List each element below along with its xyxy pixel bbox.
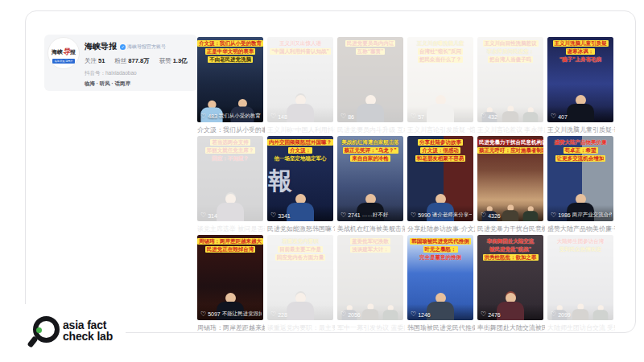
- video-thumbnail[interactable]: 大陆师生团参访台湾受到民众热情欢迎 ♡ 2099: [547, 235, 613, 320]
- video-thumbnail[interactable]: 介文汲：我们从小受的教育正是中华文明的表率不由老民进党洗脑 ♡ 483 我们从小…: [197, 37, 263, 122]
- like-row: ♡ 432: [481, 113, 542, 120]
- video-thumbnail[interactable]: 民进党要员岛内内讧互称“塞责” ♡ 86: [337, 37, 403, 122]
- thumbnail-title-overlay: 蓝委批军纪涣散浅谈建军大计：: [337, 235, 403, 253]
- video-card[interactable]: 王义川白目性洗脑惹议李永萍质问民进党：把台湾人当傻子吗 ♡ 432 王义川言论惹…: [477, 37, 543, 136]
- like-row: ♡ 2741 ……好不好: [341, 212, 402, 219]
- like-count: 432: [488, 114, 497, 120]
- stat-fans: 粉丝877.8万: [114, 57, 149, 65]
- video-caption: 民进党如能激怒韩国嘛？介文汲：…: [267, 224, 335, 233]
- thumbnail-title-overlay: 韩国瑜被民进党民代推倒叶元之暴怒：完全是蓄意的推倒: [407, 235, 473, 261]
- heart-icon: ♡: [200, 113, 206, 120]
- heart-icon: ♡: [551, 212, 556, 219]
- like-count: 2741: [348, 212, 361, 218]
- video-thumbnail[interactable]: 蓝委批军纪涣散浅谈建军大计： ♡ 2056: [337, 235, 403, 320]
- video-thumbnail[interactable]: 周锡玮：两岸差距越来越大民进党正在毁掉台湾 ♡ 5097 不能让民进党毁掉台湾: [197, 235, 263, 320]
- like-count: 1986: [558, 212, 571, 218]
- stat-likes: 获赞1.3亿: [159, 57, 188, 65]
- video-thumbnail[interactable]: 民进党暴力干扰台民意机构议事蔡正元呼吁：应对施暴者制裁 ♡ 4326: [477, 136, 543, 221]
- heart-icon: ♡: [341, 113, 346, 120]
- like-count: 5097: [208, 311, 221, 317]
- douyin-id: 抖音号：haixiadaobao: [85, 70, 196, 77]
- like-row: ♡ 314: [200, 212, 262, 219]
- video-caption: 分享赴陆参访故事·介文汲：很感动…: [407, 224, 475, 233]
- like-row: ♡ 148: [270, 113, 332, 120]
- video-caption: 介文汲：我们从小受的事正是中华文…: [197, 125, 265, 134]
- video-card[interactable]: 周锡玮：两岸差距越来越大民进党正在毁掉台湾 ♡ 5097 不能让民进党毁掉台湾 …: [197, 235, 263, 334]
- video-thumbnail[interactable]: 王义川又出惊人语“中国人利用抖音认知战” ♡ 148: [267, 37, 333, 122]
- video-thumbnail[interactable]: 盛赞大陆产品物美价廉苟卓正：希望让更多交流机会增加 ♡ 1986 两岸产业交流合…: [547, 136, 613, 221]
- heart-icon: ♡: [341, 311, 346, 318]
- like-count: 2476: [488, 312, 501, 318]
- thumbnail-title-overlay: 民进党暴力干扰台民意机构议事蔡正元呼吁：应对施暴者制裁: [477, 136, 543, 154]
- like-row: ♡ 483 我们从小受的教育: [200, 113, 262, 120]
- video-card[interactable]: 王义川自曝洗脑儿童台湾社“馆长”反问把民众当什么了？ ♡ 57 王义川言论引发质…: [407, 37, 473, 136]
- video-thumbnail[interactable]: 王义川白目性洗脑惹议李永萍质问民进党：把台湾人当傻子吗 ♡ 432: [477, 37, 543, 122]
- thumbnail-title-overlay: 率街舞团赴大陆交流被民进党批“统战”洪秀柱怒批：欲加之罪: [477, 235, 543, 261]
- video-card[interactable]: 分享赴陆参访故事介文汲：很感动和老朋友相聚不容易 ♡ 5990 请介老师来分享一…: [407, 136, 473, 235]
- video-thumbnail[interactable]: 王义川洗脑儿童引质疑谢寒冰讽：“骗子”上身有毛病 ♡ 407: [547, 37, 613, 122]
- like-count: 86: [348, 114, 354, 120]
- video-card[interactable]: 王义川又出惊人语“中国人利用抖音认知战” ♡ 148 王义川称“中国人利用抖音认…: [267, 37, 333, 136]
- video-card[interactable]: 若重返党内要职目前最主要工作是回应党内各方面力量 ♡ 228 谈重返党内要职：最…: [267, 235, 333, 334]
- avatar-banner: 临海 听风 话两岸: [52, 59, 76, 64]
- like-count: 228: [278, 312, 287, 318]
- video-card[interactable]: 報 内外交困频频怒怼外国嘛？介文汲：他一场坚定地稳定军心 ♡ 3341 民进党如…: [267, 136, 333, 235]
- video-caption: 谈重返党内要职：最主要工作是回应…: [267, 323, 335, 332]
- thumbnail-title-overlay: 大陆师生团参访台湾受到民众热情欢迎: [547, 235, 613, 253]
- video-card[interactable]: 若当选两会支持郑丽文就任党主席？回应：不知道？ ♡ 314 谈党主席选举 被问是…: [197, 136, 263, 235]
- like-count: 2056: [348, 312, 361, 318]
- like-row: ♡ 5097 不能让民进党毁掉台湾: [200, 311, 262, 318]
- video-thumbnail[interactable]: 若当选两会支持郑丽文就任党主席？回应：不知道？ ♡ 314: [197, 136, 263, 221]
- magnifier-icon: [29, 314, 56, 348]
- verified-badge-label: 海峡导报官方账号: [127, 43, 166, 51]
- heart-icon: ♡: [341, 212, 346, 219]
- thumbnail-subtitle: ……好不好: [362, 212, 389, 219]
- video-caption: 率街舞团赴大陆交流被民进党批“统…: [477, 323, 545, 332]
- like-count: 2099: [558, 312, 571, 318]
- video-card[interactable]: 民进党暴力干扰台民意机构议事蔡正元呼吁：应对施暴者制裁 ♡ 4326 民进党暴力…: [477, 136, 543, 235]
- logo-text: asia fact check lab: [63, 319, 113, 343]
- video-thumbnail[interactable]: 韩国瑜被民进党民代推倒叶元之暴怒：完全是蓄意的推倒 ♡ 1246: [407, 235, 473, 320]
- thumbnail-subtitle: 我们从小受的教育: [219, 113, 261, 120]
- profile-bio: 临海 · 听风 · 话两岸: [85, 80, 196, 88]
- like-count: 1246: [418, 312, 431, 318]
- video-caption: 王义川言论引发质疑 “馆长”反问…: [407, 125, 475, 134]
- thumbnail-title-overlay: 民进党要员岛内内讧互称“塞责”: [337, 37, 403, 55]
- video-card[interactable]: 大陆师生团参访台湾受到民众热情欢迎 ♡ 2099 大陆师生团访台交流 受到热情欢…: [547, 235, 613, 334]
- video-thumbnail[interactable]: 美战机红海遭自家舰击落蔡正元笑评：“乌龙？”来自自家的冷枪 ♡ 2741 ……好…: [337, 136, 403, 221]
- video-card[interactable]: 率街舞团赴大陆交流被民进党批“统战”洪秀柱怒批：欲加之罪 ♡ 2476 率街舞团…: [477, 235, 543, 334]
- heart-icon: ♡: [200, 311, 206, 318]
- heart-icon: ♡: [411, 113, 416, 120]
- video-card[interactable]: 民进党要员岛内内讧互称“塞责” ♡ 86 民进党要员内斗升级 互相“甩锅”…: [337, 37, 403, 136]
- heart-icon: ♡: [481, 311, 486, 318]
- video-card[interactable]: 韩国瑜被民进党民代推倒叶元之暴怒：完全是蓄意的推倒 ♡ 1246 韩国瑜被民进党…: [407, 235, 473, 334]
- like-count: 4326: [488, 213, 501, 219]
- thumbnail-title-overlay: 王义川自曝洗脑儿童台湾社“馆长”反问把民众当什么了？: [407, 37, 473, 63]
- video-thumbnail[interactable]: 率街舞团赴大陆交流被民进党批“统战”洪秀柱怒批：欲加之罪 ♡ 2476: [477, 235, 543, 320]
- verified-badge: ✓ 海峡导报官方账号: [120, 43, 166, 51]
- heart-icon: ♡: [551, 311, 556, 318]
- like-count: 5990: [418, 212, 431, 218]
- video-card[interactable]: 王义川洗脑儿童引质疑谢寒冰讽：“骗子”上身有毛病 ♡ 407 王义川洗脑儿童引质…: [547, 37, 613, 136]
- video-card[interactable]: 蓝委批军纪涣散浅谈建军大计： ♡ 2056 军中一幕引发热议 蓝委质疑管理…: [337, 235, 403, 334]
- video-thumbnail[interactable]: 王义川自曝洗脑儿童台湾社“馆长”反问把民众当什么了？ ♡ 57: [407, 37, 473, 122]
- video-caption: 韩国瑜被民进党民代推倒·叶元之暴…: [407, 323, 475, 332]
- like-count: 483: [208, 113, 217, 119]
- video-thumbnail[interactable]: 分享赴陆参访故事介文汲：很感动和老朋友相聚不容易 ♡ 5990 请介老师来分享一…: [407, 136, 473, 221]
- video-caption: 王义川称“中国人利用抖音认知战”…: [267, 125, 335, 134]
- video-card[interactable]: 盛赞大陆产品物美价廉苟卓正：希望让更多交流机会增加 ♡ 1986 两岸产业交流合…: [547, 136, 613, 235]
- avatar[interactable]: 海峡导报 临海 听风 话两岸: [47, 37, 80, 69]
- thumbnail-title-overlay: 盛赞大陆产品物美价廉苟卓正：希望让更多交流机会增加: [547, 136, 613, 162]
- profile-card: 海峡导报 临海 听风 话两岸 海峡导报 ✓ 海峡导报官方账号 关注51 粉丝87…: [44, 35, 197, 91]
- like-count: 148: [278, 114, 287, 120]
- video-card[interactable]: 美战机红海遭自家舰击落蔡正元笑评：“乌龙？”来自自家的冷枪 ♡ 2741 ……好…: [337, 136, 403, 235]
- thumbnail-title-overlay: 内外交困频频怒怼外国嘛？介文汲：他一场坚定地稳定军心: [267, 136, 333, 162]
- verified-check-icon: ✓: [120, 44, 126, 50]
- video-card[interactable]: 介文汲：我们从小受的教育正是中华文明的表率不由老民进党洗脑 ♡ 483 我们从小…: [197, 37, 263, 136]
- video-thumbnail[interactable]: 若重返党内要职目前最主要工作是回应党内各方面力量 ♡ 228: [267, 235, 333, 320]
- avatar-logo-text: 海峡导报: [52, 47, 76, 57]
- heart-icon: ♡: [411, 212, 416, 219]
- video-thumbnail[interactable]: 報 内外交困频频怒怼外国嘛？介文汲：他一场坚定地稳定军心 ♡ 3341: [267, 136, 333, 221]
- video-caption: 王义川言论惹议 李永萍质问民进党…: [477, 125, 545, 134]
- thumbnail-subtitle: 请介老师来分享一下: [432, 212, 472, 219]
